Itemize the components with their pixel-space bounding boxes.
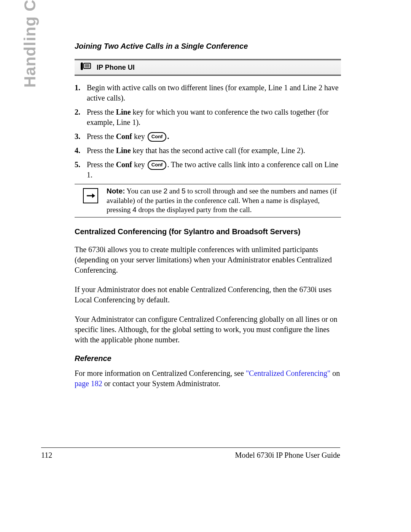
- chapter-sidebar-label: Handling Calls: [21, 0, 39, 88]
- steps-list: Begin with active calls on two different…: [75, 83, 341, 180]
- step-2: Press the Line key for which you want to…: [75, 107, 341, 128]
- step-4-c: key that has the second active call (for…: [131, 146, 305, 155]
- page-number: 112: [41, 451, 52, 460]
- step-5: Press the Conf key Conf. The two active …: [75, 160, 341, 180]
- step-4-line-key: Line: [116, 146, 131, 155]
- step-3-conf-key: Conf: [116, 132, 132, 141]
- svg-rect-1: [81, 62, 83, 70]
- conf-key-icon: Conf: [148, 160, 167, 170]
- note-box: Note: You can use 2 and 5 to scroll thro…: [75, 184, 341, 217]
- chapter-label-text: Handling Calls: [21, 0, 39, 88]
- step-1-text: Begin with active calls on two different…: [87, 83, 339, 102]
- step-5-c: key: [132, 160, 147, 169]
- ip-phone-ui-label: IP Phone UI: [97, 64, 135, 72]
- centralized-heading: Centralized Conferencing (for Sylantro a…: [75, 227, 341, 236]
- step-4: Press the Line key that has the second a…: [75, 145, 341, 156]
- note-arrow-icon: [83, 188, 98, 203]
- page-footer: 112 Model 6730i IP Phone User Guide: [41, 447, 340, 460]
- central-p2: If your Administrator does not enable Ce…: [75, 284, 341, 305]
- conf-key-icon: Conf: [148, 132, 167, 142]
- footer-rule: [41, 447, 340, 448]
- note-key-4: 4: [132, 206, 137, 214]
- note-key-2: 2: [163, 187, 167, 195]
- ref-a: For more information on Centralized Conf…: [75, 369, 246, 377]
- step-1: Begin with active calls on two different…: [75, 83, 341, 103]
- note-b: and: [167, 187, 182, 195]
- footer-row: 112 Model 6730i IP Phone User Guide: [41, 451, 340, 460]
- doc-title: Model 6730i IP Phone User Guide: [235, 451, 340, 460]
- step-2-line-key: Line: [116, 108, 131, 116]
- note-key-5: 5: [182, 187, 186, 195]
- svg-marker-6: [92, 193, 95, 198]
- main-content: Joining Two Active Calls in a Single Con…: [75, 42, 341, 398]
- note-a: You can use: [125, 187, 164, 195]
- ref-b: on: [330, 369, 340, 377]
- step-3: Press the Conf key Conf.: [75, 131, 341, 142]
- document-page: Handling Calls Joining Two Active Calls …: [0, 0, 411, 532]
- section-title: Joining Two Active Calls in a Single Con…: [75, 42, 341, 51]
- step-2-a: Press the: [87, 108, 116, 116]
- step-3-a: Press the: [87, 132, 116, 141]
- step-3-period: .: [167, 132, 169, 141]
- step-5-conf-key: Conf: [116, 160, 132, 169]
- note-d: drops the displayed party from the call.: [137, 206, 252, 214]
- ref-link-centralized[interactable]: "Centralized Conferencing": [246, 369, 330, 377]
- ref-c: or contact your System Administrator.: [102, 379, 220, 388]
- note-label: Note:: [107, 187, 125, 195]
- ip-phone-ui-bar: IP Phone UI: [75, 59, 341, 76]
- step-3-c: key: [132, 132, 147, 141]
- reference-paragraph: For more information on Centralized Conf…: [75, 368, 341, 389]
- ref-link-page[interactable]: page 182: [75, 379, 102, 388]
- step-5-a: Press the: [87, 160, 116, 169]
- central-p1: The 6730i allows you to create multiple …: [75, 244, 341, 275]
- central-p3: Your Administrator can configure Central…: [75, 314, 341, 345]
- note-text: Note: You can use 2 and 5 to scroll thro…: [107, 187, 341, 215]
- reference-heading: Reference: [75, 354, 341, 363]
- step-4-a: Press the: [87, 146, 116, 155]
- phone-icon: [80, 62, 91, 72]
